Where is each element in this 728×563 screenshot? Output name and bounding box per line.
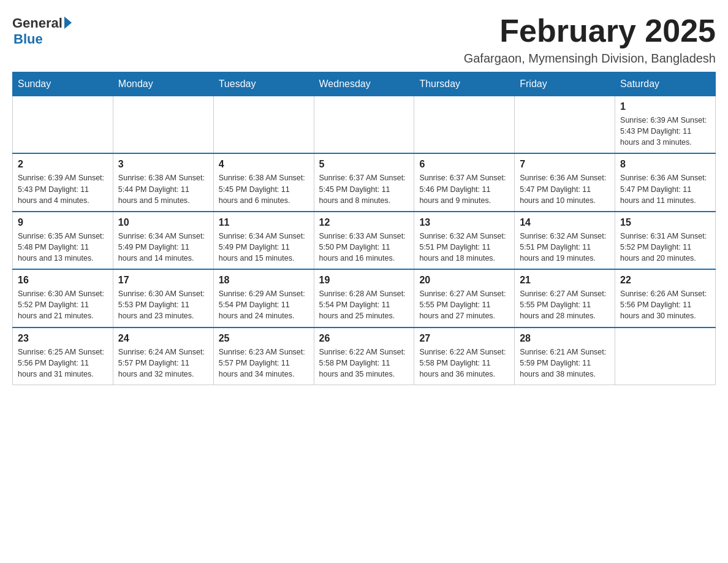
calendar-cell-4-2: 25Sunrise: 6:23 AM Sunset: 5:57 PM Dayli… [213,327,314,385]
day-info: Sunrise: 6:27 AM Sunset: 5:55 PM Dayligh… [419,288,509,321]
location-title: Gafargaon, Mymensingh Division, Banglade… [464,52,716,66]
title-area: February 2025 Gafargaon, Mymensingh Divi… [464,12,716,66]
calendar-cell-0-0 [13,96,113,154]
calendar-cell-1-5: 7Sunrise: 6:36 AM Sunset: 5:47 PM Daylig… [515,153,615,211]
day-info: Sunrise: 6:38 AM Sunset: 5:45 PM Dayligh… [219,172,309,205]
month-title: February 2025 [464,12,716,49]
day-info: Sunrise: 6:32 AM Sunset: 5:51 PM Dayligh… [419,231,509,264]
day-number: 15 [620,217,710,228]
calendar-cell-2-5: 14Sunrise: 6:32 AM Sunset: 5:51 PM Dayli… [515,212,615,269]
day-number: 17 [118,275,208,286]
day-number: 20 [419,275,509,286]
day-info: Sunrise: 6:27 AM Sunset: 5:55 PM Dayligh… [520,288,610,321]
day-info: Sunrise: 6:33 AM Sunset: 5:50 PM Dayligh… [319,231,409,264]
calendar-cell-1-1: 3Sunrise: 6:38 AM Sunset: 5:44 PM Daylig… [113,153,213,211]
calendar-cell-0-4 [414,96,515,154]
day-info: Sunrise: 6:22 AM Sunset: 5:58 PM Dayligh… [319,347,409,380]
day-info: Sunrise: 6:39 AM Sunset: 5:43 PM Dayligh… [620,115,710,148]
calendar-cell-4-3: 26Sunrise: 6:22 AM Sunset: 5:58 PM Dayli… [314,327,414,385]
logo-arrow-icon [64,17,72,29]
day-info: Sunrise: 6:26 AM Sunset: 5:56 PM Dayligh… [620,288,710,321]
day-number: 14 [520,217,610,228]
day-info: Sunrise: 6:34 AM Sunset: 5:49 PM Dayligh… [219,231,309,264]
calendar-cell-1-6: 8Sunrise: 6:36 AM Sunset: 5:47 PM Daylig… [615,153,716,211]
logo: General Blue [12,12,72,47]
day-number: 24 [118,333,208,344]
day-number: 27 [419,333,509,344]
day-number: 21 [520,275,610,286]
week-row-1: 1Sunrise: 6:39 AM Sunset: 5:43 PM Daylig… [13,96,716,154]
week-row-5: 23Sunrise: 6:25 AM Sunset: 5:56 PM Dayli… [13,327,716,385]
calendar-cell-3-3: 19Sunrise: 6:28 AM Sunset: 5:54 PM Dayli… [314,269,414,327]
logo-general-text: General [12,15,63,31]
calendar-table: SundayMondayTuesdayWednesdayThursdayFrid… [12,72,716,385]
day-info: Sunrise: 6:31 AM Sunset: 5:52 PM Dayligh… [620,231,710,264]
day-info: Sunrise: 6:36 AM Sunset: 5:47 PM Dayligh… [620,172,710,205]
day-number: 1 [620,101,710,112]
calendar-cell-2-2: 11Sunrise: 6:34 AM Sunset: 5:49 PM Dayli… [213,212,314,269]
calendar-cell-3-6: 22Sunrise: 6:26 AM Sunset: 5:56 PM Dayli… [615,269,716,327]
calendar-cell-3-5: 21Sunrise: 6:27 AM Sunset: 5:55 PM Dayli… [515,269,615,327]
header-monday: Monday [113,72,213,96]
day-number: 7 [520,159,610,170]
calendar-cell-2-4: 13Sunrise: 6:32 AM Sunset: 5:51 PM Dayli… [414,212,515,269]
day-info: Sunrise: 6:34 AM Sunset: 5:49 PM Dayligh… [118,231,208,264]
calendar-cell-1-2: 4Sunrise: 6:38 AM Sunset: 5:45 PM Daylig… [213,153,314,211]
day-info: Sunrise: 6:24 AM Sunset: 5:57 PM Dayligh… [118,347,208,380]
week-row-2: 2Sunrise: 6:39 AM Sunset: 5:43 PM Daylig… [13,153,716,211]
day-info: Sunrise: 6:35 AM Sunset: 5:48 PM Dayligh… [18,231,108,264]
day-info: Sunrise: 6:29 AM Sunset: 5:54 PM Dayligh… [219,288,309,321]
day-number: 19 [319,275,409,286]
day-info: Sunrise: 6:30 AM Sunset: 5:53 PM Dayligh… [118,288,208,321]
day-number: 12 [319,217,409,228]
header: General Blue February 2025 Gafargaon, My… [12,12,716,66]
day-info: Sunrise: 6:39 AM Sunset: 5:43 PM Dayligh… [18,172,108,205]
day-number: 11 [219,217,309,228]
day-info: Sunrise: 6:37 AM Sunset: 5:46 PM Dayligh… [419,172,509,205]
week-row-3: 9Sunrise: 6:35 AM Sunset: 5:48 PM Daylig… [13,212,716,269]
day-number: 2 [18,159,108,170]
calendar-cell-2-1: 10Sunrise: 6:34 AM Sunset: 5:49 PM Dayli… [113,212,213,269]
calendar-cell-2-3: 12Sunrise: 6:33 AM Sunset: 5:50 PM Dayli… [314,212,414,269]
header-wednesday: Wednesday [314,72,414,96]
day-info: Sunrise: 6:22 AM Sunset: 5:58 PM Dayligh… [419,347,509,380]
calendar-cell-3-4: 20Sunrise: 6:27 AM Sunset: 5:55 PM Dayli… [414,269,515,327]
calendar-cell-1-0: 2Sunrise: 6:39 AM Sunset: 5:43 PM Daylig… [13,153,113,211]
header-sunday: Sunday [13,72,113,96]
day-number: 6 [419,159,509,170]
day-info: Sunrise: 6:30 AM Sunset: 5:52 PM Dayligh… [18,288,108,321]
calendar-cell-3-2: 18Sunrise: 6:29 AM Sunset: 5:54 PM Dayli… [213,269,314,327]
day-info: Sunrise: 6:21 AM Sunset: 5:59 PM Dayligh… [520,347,610,380]
calendar-cell-0-3 [314,96,414,154]
day-info: Sunrise: 6:38 AM Sunset: 5:44 PM Dayligh… [118,172,208,205]
day-number: 16 [18,275,108,286]
day-number: 23 [18,333,108,344]
header-tuesday: Tuesday [213,72,314,96]
calendar-cell-0-6: 1Sunrise: 6:39 AM Sunset: 5:43 PM Daylig… [615,96,716,154]
calendar-cell-0-2 [213,96,314,154]
day-info: Sunrise: 6:28 AM Sunset: 5:54 PM Dayligh… [319,288,409,321]
header-thursday: Thursday [414,72,515,96]
header-friday: Friday [515,72,615,96]
calendar-cell-4-4: 27Sunrise: 6:22 AM Sunset: 5:58 PM Dayli… [414,327,515,385]
day-info: Sunrise: 6:23 AM Sunset: 5:57 PM Dayligh… [219,347,309,380]
calendar-cell-0-1 [113,96,213,154]
day-number: 10 [118,217,208,228]
day-number: 4 [219,159,309,170]
calendar-cell-4-0: 23Sunrise: 6:25 AM Sunset: 5:56 PM Dayli… [13,327,113,385]
day-number: 25 [219,333,309,344]
calendar-cell-2-0: 9Sunrise: 6:35 AM Sunset: 5:48 PM Daylig… [13,212,113,269]
calendar-cell-4-6 [615,327,716,385]
logo-blue-text: Blue [13,31,43,47]
day-number: 8 [620,159,710,170]
calendar-cell-1-3: 5Sunrise: 6:37 AM Sunset: 5:45 PM Daylig… [314,153,414,211]
day-info: Sunrise: 6:37 AM Sunset: 5:45 PM Dayligh… [319,172,409,205]
day-number: 26 [319,333,409,344]
header-saturday: Saturday [615,72,716,96]
day-number: 22 [620,275,710,286]
day-info: Sunrise: 6:25 AM Sunset: 5:56 PM Dayligh… [18,347,108,380]
calendar-cell-1-4: 6Sunrise: 6:37 AM Sunset: 5:46 PM Daylig… [414,153,515,211]
week-row-4: 16Sunrise: 6:30 AM Sunset: 5:52 PM Dayli… [13,269,716,327]
calendar-cell-3-0: 16Sunrise: 6:30 AM Sunset: 5:52 PM Dayli… [13,269,113,327]
calendar-header-row: SundayMondayTuesdayWednesdayThursdayFrid… [13,72,716,96]
